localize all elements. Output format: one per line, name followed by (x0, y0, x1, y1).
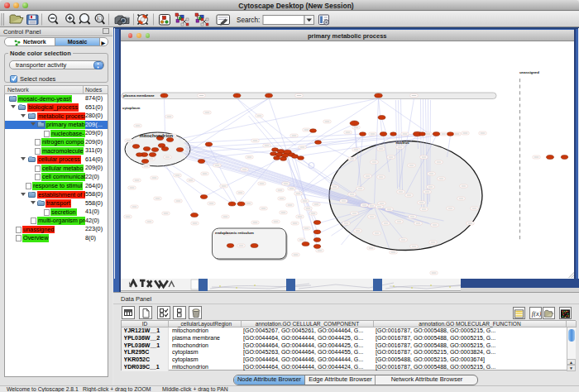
svg-text:cytoplasm: cytoplasm (122, 106, 140, 110)
svg-text:nucleus: nucleus (395, 141, 409, 145)
svg-text:unassigned: unassigned (519, 70, 539, 74)
svg-text:R: R (98, 17, 100, 21)
svg-text:plasma membrane: plasma membrane (123, 93, 155, 98)
svg-text:mitochondrion: mitochondrion (139, 133, 173, 138)
svg-text:Search:: Search: (237, 17, 260, 24)
svg-text:f(x): f(x) (532, 310, 541, 318)
svg-text:endoplasmic reticulum: endoplasmic reticulum (215, 231, 254, 235)
